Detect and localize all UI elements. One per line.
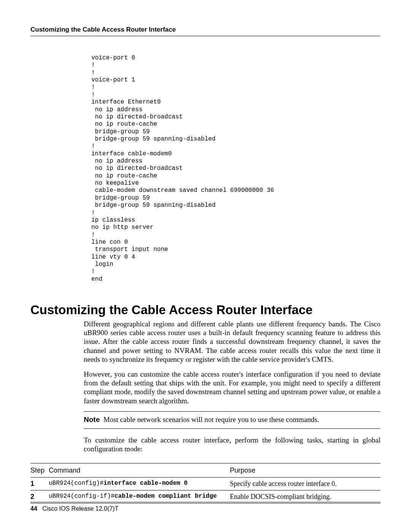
step-num: 2 bbox=[30, 490, 49, 503]
paragraph-3: To customize the cable access router int… bbox=[84, 436, 381, 453]
header-rule bbox=[30, 36, 381, 36]
config-code-block: voice-port 0 ! ! voice-port 1 ! ! interf… bbox=[91, 54, 381, 283]
cmd-prompt: uBR924(config)# bbox=[49, 480, 104, 487]
footer-rule bbox=[30, 502, 381, 502]
steps-table: Step Command Purpose 1 uBR924(config)#in… bbox=[30, 463, 381, 503]
page-number: 44 bbox=[30, 505, 37, 512]
section-heading: Customizing the Cable Access Router Inte… bbox=[30, 303, 381, 317]
col-command: Command bbox=[49, 463, 230, 478]
cmd-bold: cable-modem compliant bridge bbox=[115, 493, 217, 500]
col-purpose: Purpose bbox=[230, 463, 381, 478]
note-label: Note bbox=[84, 415, 100, 423]
note-text: Most cable network scenarios will not re… bbox=[104, 415, 319, 423]
page-footer: 44 Cisco IOS Release 12.0(7)T bbox=[30, 502, 381, 512]
page: Customizing the Cable Access Router Inte… bbox=[0, 0, 411, 532]
table-row: 1 uBR924(config)#interface cable-modem 0… bbox=[30, 478, 381, 490]
footer-text: 44 Cisco IOS Release 12.0(7)T bbox=[30, 505, 381, 512]
step-purpose: Enable DOCSIS-compliant bridging. bbox=[230, 490, 381, 503]
paragraph-2: However, you can customize the cable acc… bbox=[84, 370, 381, 405]
note-block: Note Most cable network scenarios will n… bbox=[84, 411, 381, 429]
table-row: 2 uBR924(config-if)#cable-modem complian… bbox=[30, 490, 381, 503]
step-purpose: Specify cable access router interface 0. bbox=[230, 478, 381, 490]
paragraph-1: Different geographical regions and diffe… bbox=[84, 320, 381, 364]
col-step: Step bbox=[30, 463, 49, 478]
note-line: Note Most cable network scenarios will n… bbox=[84, 412, 381, 428]
cmd-bold: interface cable-modem 0 bbox=[104, 480, 188, 487]
cmd-prompt: uBR924(config-if)# bbox=[49, 493, 115, 500]
running-header: Customizing the Cable Access Router Inte… bbox=[30, 26, 381, 34]
table-header-row: Step Command Purpose bbox=[30, 463, 381, 478]
step-command: uBR924(config)#interface cable-modem 0 bbox=[49, 478, 230, 490]
step-num: 1 bbox=[30, 478, 49, 490]
step-command: uBR924(config-if)#cable-modem compliant … bbox=[49, 490, 230, 503]
note-rule-bottom bbox=[84, 428, 381, 429]
release-text: Cisco IOS Release 12.0(7)T bbox=[42, 505, 118, 512]
